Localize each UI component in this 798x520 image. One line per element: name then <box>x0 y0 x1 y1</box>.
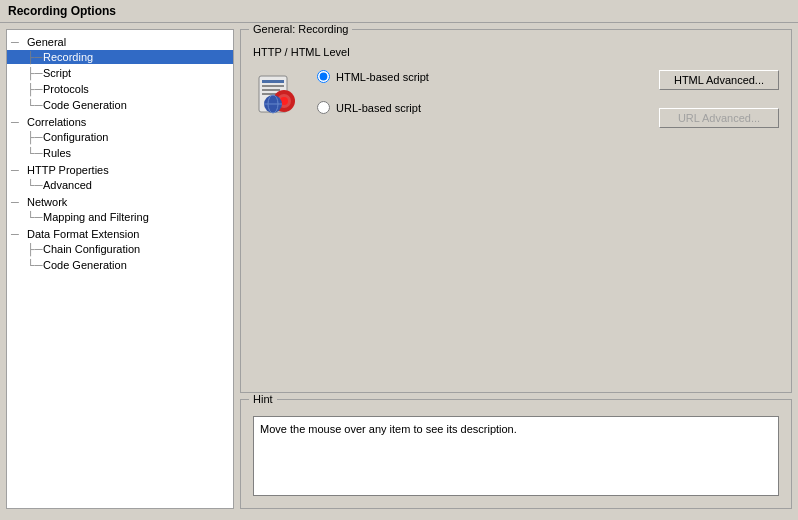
radio-options: HTML-based script URL-based script <box>317 70 649 114</box>
tree-group-correlations: ─ Correlations ├─ Configuration └─ Rules <box>7 114 233 162</box>
sidebar-item-rules[interactable]: └─ Rules <box>7 146 233 160</box>
tree-group-dataformat: ─ Data Format Extension ├─ Chain Configu… <box>7 226 233 274</box>
html-radio-label: HTML-based script <box>336 71 429 83</box>
sidebar-item-network-label: Network <box>27 196 67 208</box>
url-radio[interactable] <box>317 101 330 114</box>
sidebar-item-script[interactable]: ├─ Script <box>7 66 233 80</box>
tree-root: ─ General ├─ Recording ├─ Script <box>7 30 233 278</box>
url-radio-label: URL-based script <box>336 102 421 114</box>
tree-child-protocols: ├─ Protocols <box>7 81 233 97</box>
content-area: General: Recording HTTP / HTML Level <box>240 29 792 509</box>
tree-child-codegeneral: └─ Code Generation <box>7 97 233 113</box>
svg-rect-3 <box>262 89 280 91</box>
tree-connector-script: ├─ <box>27 67 43 79</box>
tree-connector-codegen: └─ <box>27 99 43 111</box>
http-level-label: HTTP / HTML Level <box>253 46 779 58</box>
svg-rect-1 <box>262 80 284 83</box>
sidebar-item-dataformat[interactable]: ─ Data Format Extension <box>7 227 233 241</box>
tree-group-http: ─ HTTP Properties └─ Advanced <box>7 162 233 194</box>
html-radio[interactable] <box>317 70 330 83</box>
tree-child-script: ├─ Script <box>7 65 233 81</box>
tree-connector-protocols: ├─ <box>27 83 43 95</box>
sidebar-item-general-label: General <box>27 36 66 48</box>
sidebar-item-advanced[interactable]: └─ Advanced <box>7 178 233 192</box>
sidebar-item-general[interactable]: ─ General <box>7 35 233 49</box>
radio-html: HTML-based script <box>317 70 649 83</box>
window-title: Recording Options <box>0 0 798 23</box>
sidebar-item-mapping[interactable]: └─ Mapping and Filtering <box>7 210 233 224</box>
sidebar-item-codegen-general[interactable]: └─ Code Generation <box>7 98 233 112</box>
sidebar-item-dataformat-label: Data Format Extension <box>27 228 140 240</box>
hint-group-box: Hint Move the mouse over any item to see… <box>240 399 792 509</box>
sidebar-item-codegen-ext-label: Code Generation <box>43 259 127 271</box>
sidebar-item-correlations[interactable]: ─ Correlations <box>7 115 233 129</box>
sidebar-item-rules-label: Rules <box>43 147 71 159</box>
tree-child-recording: ├─ Recording <box>7 49 233 65</box>
sidebar-item-correlations-label: Correlations <box>27 116 86 128</box>
url-advanced-button[interactable]: URL Advanced... <box>659 108 779 128</box>
main-group-box: General: Recording HTTP / HTML Level <box>240 29 792 393</box>
sidebar-item-codegen-ext[interactable]: └─ Code Generation <box>7 258 233 272</box>
sidebar-item-recording[interactable]: ├─ Recording <box>7 50 233 64</box>
svg-rect-2 <box>262 85 284 87</box>
tree-connector: ─ <box>11 36 27 48</box>
sidebar-item-http-properties[interactable]: ─ HTTP Properties <box>7 163 233 177</box>
sidebar-item-protocols[interactable]: ├─ Protocols <box>7 82 233 96</box>
group-box-title: General: Recording <box>249 23 352 35</box>
tree-connector-corr: ─ <box>11 116 27 128</box>
hint-group-title: Hint <box>249 393 277 405</box>
sidebar-item-mapping-label: Mapping and Filtering <box>43 211 149 223</box>
sidebar-item-chain[interactable]: ├─ Chain Configuration <box>7 242 233 256</box>
tree-connector-recording: ├─ <box>27 51 43 63</box>
button-column: HTML Advanced... URL Advanced... <box>649 70 779 128</box>
sidebar-item-chain-label: Chain Configuration <box>43 243 140 255</box>
sidebar-item-configuration[interactable]: ├─ Configuration <box>7 130 233 144</box>
recording-icon <box>253 70 301 118</box>
sidebar-item-http-label: HTTP Properties <box>27 164 109 176</box>
radio-url: URL-based script <box>317 101 649 114</box>
sidebar-item-configuration-label: Configuration <box>43 131 108 143</box>
tree-group-general: ─ General ├─ Recording ├─ Script <box>7 34 233 114</box>
sidebar-item-network[interactable]: ─ Network <box>7 195 233 209</box>
sidebar-item-script-label: Script <box>43 67 71 79</box>
tree-group-network: ─ Network └─ Mapping and Filtering <box>7 194 233 226</box>
sidebar-item-codegen-label: Code Generation <box>43 99 127 111</box>
sidebar-item-protocols-label: Protocols <box>43 83 89 95</box>
hint-text: Move the mouse over any item to see its … <box>253 416 779 496</box>
html-advanced-button[interactable]: HTML Advanced... <box>659 70 779 90</box>
sidebar-item-advanced-label: Advanced <box>43 179 92 191</box>
sidebar-item-recording-label: Recording <box>43 51 93 63</box>
sidebar: ─ General ├─ Recording ├─ Script <box>6 29 234 509</box>
